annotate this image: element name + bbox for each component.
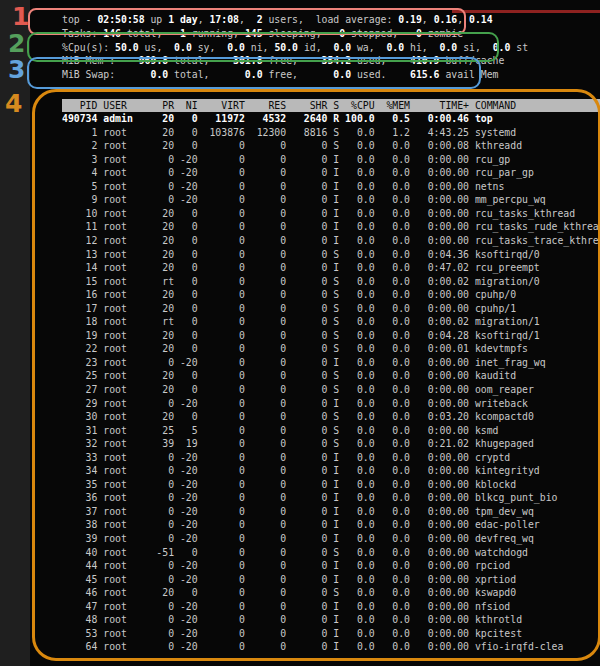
process-row-kdevtmpfs: 22 root 20 0 0 0 0 S 0.0 0.0 0:00.01 kde… — [62, 342, 600, 356]
process-row-systemd: 1 root 20 0 103876 12300 8816 S 0.0 1.2 … — [62, 126, 600, 140]
process-row-rcu_tasks_trace_kthread: 12 root 20 0 0 0 0 I 0.0 0.0 0:00.00 rcu… — [62, 234, 600, 248]
process-row-ksmd: 31 root 25 5 0 0 0 S 0.0 0.0 0:00.00 ksm… — [62, 424, 600, 438]
process-row-blkcg_punt_bio: 36 root 0 -20 0 0 0 I 0.0 0.0 0:00.00 bl… — [62, 491, 600, 505]
process-row-cpuhp/0: 16 root 20 0 0 0 0 S 0.0 0.0 0:00.00 cpu… — [62, 288, 600, 302]
top-uptime-line: top - 02:50:58 up 1 day, 17:08, 2 users,… — [62, 13, 528, 27]
annotation-label-3: 3 — [8, 57, 25, 83]
process-row-cpuhp/1: 17 root 20 0 0 0 0 S 0.0 0.0 0:00.00 cpu… — [62, 302, 600, 316]
process-row-migration/0: 15 root rt 0 0 0 0 S 0.0 0.0 0:00.02 mig… — [62, 275, 600, 289]
annotation-label-2: 2 — [8, 31, 25, 57]
top-summary: top - 02:50:58 up 1 day, 17:08, 2 users,… — [62, 13, 528, 82]
process-row-khugepaged: 32 root 39 19 0 0 0 S 0.0 0.0 0:21.02 kh… — [62, 437, 600, 451]
process-row-rcu_par_gp: 4 root 0 -20 0 0 0 I 0.0 0.0 0:00.00 rcu… — [62, 166, 600, 180]
terminal-window[interactable]: top - 02:50:58 up 1 day, 17:08, 2 users,… — [30, 0, 600, 666]
process-row-rcu_gp: 3 root 0 -20 0 0 0 I 0.0 0.0 0:00.00 rcu… — [62, 153, 600, 167]
process-row-xprtiod: 45 root 0 -20 0 0 0 I 0.0 0.0 0:00.00 xp… — [62, 573, 600, 587]
process-row-netns: 5 root 0 -20 0 0 0 I 0.0 0.0 0:00.00 net… — [62, 180, 600, 194]
process-row-mm_percpu_wq: 9 root 0 -20 0 0 0 I 0.0 0.0 0:00.00 mm_… — [62, 193, 600, 207]
annotation-label-1: 1 — [12, 4, 29, 30]
process-row-kpcitest: 53 root 0 -20 0 0 0 I 0.0 0.0 0:00.00 kp… — [62, 627, 600, 641]
process-row-oom_reaper: 27 root 20 0 0 0 0 S 0.0 0.0 0:00.00 oom… — [62, 383, 600, 397]
swap-line: MiB Swap: 0.0 total, 0.0 free, 0.0 used.… — [62, 68, 528, 82]
process-row-cryptd: 33 root 0 -20 0 0 0 I 0.0 0.0 0:00.00 cr… — [62, 451, 600, 465]
process-row-rpciod: 44 root 0 -20 0 0 0 I 0.0 0.0 0:00.00 rp… — [62, 559, 600, 573]
process-row-kthrotld: 48 root 0 -20 0 0 0 I 0.0 0.0 0:00.00 kt… — [62, 613, 600, 627]
process-row-rcu_tasks_rude_kthread: 11 root 20 0 0 0 0 I 0.0 0.0 0:00.00 rcu… — [62, 220, 600, 234]
process-row-top: 490734 admin 20 0 11972 4532 2640 R 100.… — [62, 112, 600, 126]
process-row-kswapd0: 46 root 20 0 0 0 0 S 0.0 0.0 0:00.00 ksw… — [62, 586, 600, 600]
process-row-nfsiod: 47 root 0 -20 0 0 0 I 0.0 0.0 0:00.00 nf… — [62, 600, 600, 614]
process-row-migration/1: 18 root rt 0 0 0 0 S 0.0 0.0 0:00.02 mig… — [62, 315, 600, 329]
process-table-header-row: PID USER PR NI VIRT RES SHR S %CPU %MEM … — [62, 99, 600, 113]
mem-line: MiB Mem : 969.8 total, 301.8 free, 354.2… — [62, 54, 528, 68]
process-row-kthreadd: 2 root 20 0 0 0 0 S 0.0 0.0 0:00.08 kthr… — [62, 139, 600, 153]
process-row-kcompactd0: 30 root 20 0 0 0 0 S 0.0 0.0 0:03.20 kco… — [62, 410, 600, 424]
process-row-devfreq_wq: 39 root 0 -20 0 0 0 I 0.0 0.0 0:00.00 de… — [62, 532, 600, 546]
process-row-edac-poller: 38 root 0 -20 0 0 0 I 0.0 0.0 0:00.00 ed… — [62, 518, 600, 532]
process-row-writeback: 29 root 0 -20 0 0 0 I 0.0 0.0 0:00.00 wr… — [62, 397, 600, 411]
process-row-ksoftirqd/0: 13 root 20 0 0 0 0 S 0.0 0.0 0:04.36 kso… — [62, 248, 600, 262]
tasks-line: Tasks: 146 total, 1 running, 145 sleepin… — [62, 27, 528, 41]
cpu-line: %Cpu(s): 50.0 us, 0.0 sy, 0.0 ni, 50.0 i… — [62, 41, 528, 55]
process-row-tpm_dev_wq: 37 root 0 -20 0 0 0 I 0.0 0.0 0:00.00 tp… — [62, 505, 600, 519]
process-row-ksoftirqd/1: 19 root 20 0 0 0 0 S 0.0 0.0 0:04.28 kso… — [62, 329, 600, 343]
process-row-rcu_preempt: 14 root 20 0 0 0 0 I 0.0 0.0 0:47.02 rcu… — [62, 261, 600, 275]
process-row-vfio-irqfd-clea: 64 root 0 -20 0 0 0 I 0.0 0.0 0:00.00 vf… — [62, 640, 600, 654]
process-row-rcu_tasks_kthread: 10 root 20 0 0 0 0 I 0.0 0.0 0:00.00 rcu… — [62, 207, 600, 221]
annotated-screenshot: top - 02:50:58 up 1 day, 17:08, 2 users,… — [0, 0, 600, 666]
process-row-inet_frag_wq: 23 root 0 -20 0 0 0 I 0.0 0.0 0:00.00 in… — [62, 356, 600, 370]
process-row-kblockd: 35 root 0 -20 0 0 0 I 0.0 0.0 0:00.00 kb… — [62, 478, 600, 492]
annotation-label-4: 4 — [5, 91, 22, 117]
process-table: PID USER PR NI VIRT RES SHR S %CPU %MEM … — [62, 99, 600, 654]
process-row-kauditd: 25 root 20 0 0 0 0 S 0.0 0.0 0:00.00 kau… — [62, 369, 600, 383]
process-row-watchdogd: 40 root -51 0 0 0 0 S 0.0 0.0 0:00.00 wa… — [62, 546, 600, 560]
process-row-kintegrityd: 34 root 0 -20 0 0 0 I 0.0 0.0 0:00.00 ki… — [62, 464, 600, 478]
